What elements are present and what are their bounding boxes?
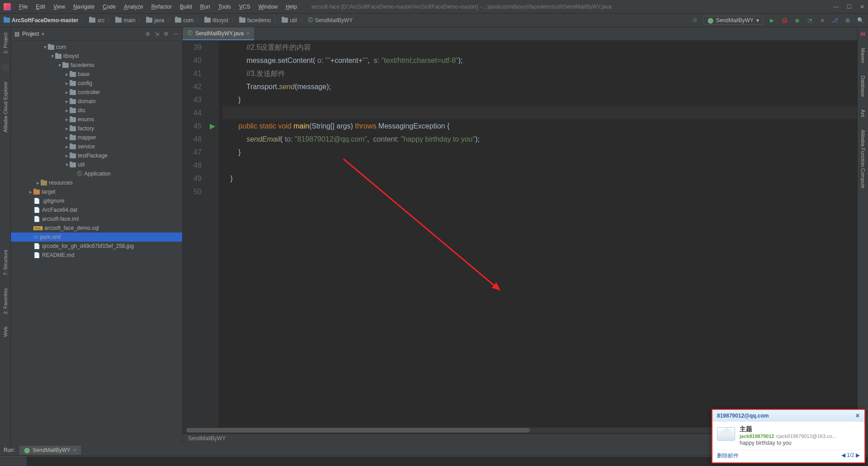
breadcrumb-item[interactable]: util [282, 17, 297, 24]
run-tab[interactable]: ⬤ SendMailByWY × [19, 446, 80, 455]
email-notification[interactable]: 819879012@qq.com ✕ 主题 jack819879012 <jac… [712, 409, 865, 463]
close-tab-icon[interactable]: × [73, 447, 76, 453]
update-icon[interactable]: ⊞ [844, 16, 852, 24]
navbar: ArcSoftFaceDemo-master〉 src〉 main〉 java〉… [0, 14, 868, 27]
project-tree[interactable]: ▾com▾itboyst▾facedemo▸base▸config▸contro… [11, 41, 182, 444]
menu-edit[interactable]: Edit [32, 2, 49, 12]
gear-icon[interactable]: ⚙ [164, 31, 169, 37]
menu-vcs[interactable]: VCS [236, 2, 254, 12]
tree-item[interactable]: SQLarcsoft_face_demo.sql [11, 223, 182, 233]
menu-analyze[interactable]: Analyze [120, 2, 147, 12]
tree-item[interactable]: ▸testPackage [11, 151, 182, 160]
coverage-button[interactable]: ◉ [793, 16, 801, 24]
menu-window[interactable]: Window [255, 2, 281, 12]
run-tab-icon: ⬤ [24, 447, 30, 453]
stop-button[interactable]: ■ [818, 16, 826, 24]
notif-sender-mail: <jack819879012@163.co... [776, 433, 836, 439]
editor-area: Ⓒ SendMailByWY.java × 394041424344454647… [183, 27, 857, 444]
notif-prev-icon[interactable]: ◀ [841, 452, 845, 458]
minimize-icon[interactable]: — [833, 4, 839, 10]
tree-item[interactable]: ▸resources [11, 178, 182, 187]
tree-item[interactable]: ▾facedemo [11, 61, 182, 70]
menu-file[interactable]: File [15, 2, 31, 12]
breadcrumb-item[interactable]: src [89, 17, 104, 24]
notif-from: 819879012@qq.com [717, 413, 769, 419]
tree-item[interactable]: ▸config [11, 79, 182, 88]
debug-button[interactable]: 🐞 [780, 16, 788, 24]
tree-item[interactable]: ▸service [11, 142, 182, 151]
notif-delete-link[interactable]: 删除邮件 [717, 452, 739, 460]
tree-item[interactable]: ▸base [11, 70, 182, 79]
menu-tools[interactable]: Tools [215, 2, 235, 12]
notif-next-icon[interactable]: ▶ [856, 452, 860, 458]
search-icon[interactable]: 🔍 [856, 16, 864, 24]
breadcrumb-item[interactable]: com [175, 17, 193, 24]
mail-icon [717, 427, 735, 441]
left-tab-alibaba[interactable]: Alibaba Cloud Explorer [3, 80, 8, 134]
left-tab-favorites[interactable]: 2: Favorites [3, 286, 8, 316]
left-tab-structure[interactable]: 7: Structure [3, 248, 8, 277]
tree-item[interactable]: 📄ArcFace64.dat [11, 205, 182, 214]
hide-icon[interactable]: — [173, 31, 179, 37]
tree-item[interactable]: ▸factory [11, 124, 182, 133]
run-config-selector[interactable]: ⬤ SendMailByWY ▾ [703, 16, 763, 25]
close-icon[interactable]: ✕ [860, 4, 864, 10]
tree-item[interactable]: ▾util [11, 160, 182, 169]
tree-item[interactable]: ▸enums [11, 115, 182, 124]
menu-view[interactable]: View [50, 2, 69, 12]
tree-item[interactable]: ▸controller [11, 88, 182, 97]
breadcrumb-item[interactable]: ArcSoftFaceDemo-master [4, 17, 78, 24]
tree-item[interactable]: ▸target [11, 187, 182, 196]
right-tab-database[interactable]: Database [860, 74, 866, 99]
left-tab-icon[interactable] [2, 64, 9, 71]
left-tab-web[interactable]: Web [3, 325, 8, 338]
breadcrumb-item[interactable]: facedemo [239, 17, 271, 24]
right-tab-maven[interactable]: Maven [860, 46, 866, 65]
menu-refactor[interactable]: Refactor [148, 2, 175, 12]
breadcrumb-item[interactable]: java [146, 17, 164, 24]
profile-button[interactable]: ◔ [806, 16, 814, 24]
tree-item[interactable]: 📄arcsoft-face.iml [11, 214, 182, 223]
collapse-icon[interactable]: ⇲ [155, 31, 159, 37]
breadcrumb-item[interactable]: main [115, 17, 135, 24]
maven-icon[interactable]: m [860, 31, 865, 37]
titlebar: FileEditViewNavigateCodeAnalyzeRefactorB… [0, 0, 868, 14]
sync-icon[interactable]: ↺ [691, 16, 699, 24]
window-controls: — ☐ ✕ [833, 4, 864, 10]
right-tab-ant[interactable]: Ant [860, 108, 866, 119]
close-tab-icon[interactable]: × [246, 30, 250, 37]
notif-close-icon[interactable]: ✕ [855, 413, 860, 419]
run-tab-label: SendMailByWY [33, 447, 70, 453]
tree-item[interactable]: 📄qrcode_for_gh_d49c67bf15ef_258.jpg [11, 242, 182, 251]
tree-item[interactable]: mpom.xml [11, 233, 182, 242]
tree-item[interactable]: ▾itboyst [11, 52, 182, 61]
code-editor[interactable]: 394041424344454647484950 ▶ //2.5设置邮件的内容 … [183, 41, 857, 427]
editor-tab-active[interactable]: Ⓒ SendMailByWY.java × [183, 27, 254, 40]
menu-build[interactable]: Build [176, 2, 196, 12]
tree-item[interactable]: ▾com [11, 43, 182, 52]
tree-item[interactable]: ⒸApplication [11, 169, 182, 178]
breadcrumb-item[interactable]: itboyst [204, 17, 228, 24]
tree-item[interactable]: 📄.gitignore [11, 196, 182, 205]
vcs-icon[interactable]: ⎇ [831, 16, 839, 24]
chevron-down-icon: ▾ [756, 17, 759, 24]
tree-item[interactable]: 📄README.md [11, 251, 182, 260]
maximize-icon[interactable]: ☐ [847, 4, 852, 10]
chevron-down-icon[interactable]: ▾ [42, 31, 44, 37]
run-button[interactable]: ▶ [768, 16, 776, 24]
menu-navigate[interactable]: Navigate [70, 2, 98, 12]
menu-help[interactable]: Help [282, 2, 301, 12]
tree-item[interactable]: ▸mapper [11, 133, 182, 142]
right-tab-alifc[interactable]: Alibaba Function Compute [860, 128, 866, 190]
run-config-label: SendMailByWY [716, 17, 754, 24]
menu-code[interactable]: Code [99, 2, 119, 12]
notif-sender-name: jack819879012 [740, 433, 774, 439]
breadcrumb-item[interactable]: Ⓒ SendMailByWY [308, 16, 353, 24]
window-title: arcsoft-face [D:\ArcSoftFaceDemo-master\… [301, 4, 833, 10]
left-tab-project[interactable]: 1: Project [3, 31, 8, 55]
menu-run[interactable]: Run [197, 2, 214, 12]
tree-item[interactable]: ▸dto [11, 106, 182, 115]
locate-icon[interactable]: ⊕ [146, 31, 150, 37]
tree-item[interactable]: ▸domain [11, 97, 182, 106]
project-panel: ▤ Project ▾ ⊕ ⇲ ⚙ — ▾com▾itboyst▾facedem… [11, 27, 183, 444]
